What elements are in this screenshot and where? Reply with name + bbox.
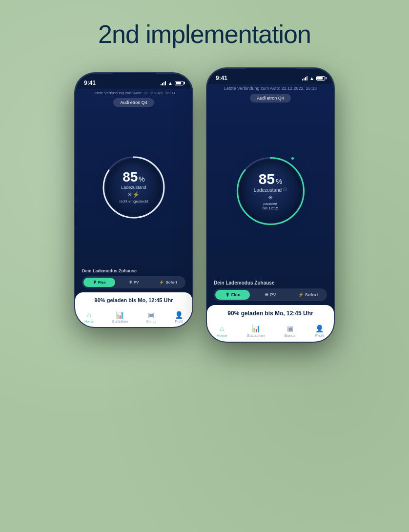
phone-1-mode-sofort-icon: ⚡ [159, 280, 164, 285]
phone-1-mode-flex-icon: 🎙 [93, 280, 97, 285]
phone-1-mode-label: Dein Lademodus Zuhause [82, 268, 185, 273]
phone-1: 9:41 ▲ Letzte Verbindung zum Auto: 22.12… [75, 73, 192, 327]
phone-2-mode-section: Dein Lademodus Zuhause 🎙 Flex ☀ PV ⚡ Sof… [214, 280, 327, 301]
phone-2-statistiken-label: Statistiken [247, 333, 265, 338]
phone-2-connection-text: Letzte Verbindung zum Auto: 22.12.2022, … [214, 86, 327, 91]
phone-2-bonus-icon: ▣ [287, 325, 293, 332]
phone-1-nav-profil[interactable]: 👤 Profil [171, 310, 187, 324]
phone-1-charge-container: 85 % Ladezustand ✕⚡ nicht eingesteckt [82, 111, 185, 264]
phone-2-mode-sofort-icon: ⚡ [298, 292, 304, 297]
phone-2-bonus-label: Bonus [285, 333, 296, 338]
phone-1-mode-sofort-label: Sofort [165, 280, 177, 285]
phone-1-mode-pv-label: PV [134, 280, 139, 285]
phone-1-notch [112, 73, 156, 84]
phone-2-signal [302, 76, 307, 81]
phone-2-battery-icon [316, 76, 325, 81]
phone-1-mode-pv-icon: ☀ [129, 280, 132, 285]
phone-1-nav-statistiken[interactable]: 📊 Statistiken [108, 310, 132, 324]
phone-1-mode-flex-button[interactable]: 🎙 Flex [83, 278, 115, 287]
phone-1-wifi-icon: ▲ [168, 81, 173, 86]
phone-2-car-badge: Audi etron Q4 [250, 94, 291, 102]
phone-2-wifi-icon: ▲ [309, 76, 314, 81]
phone-2-mode-buttons: 🎙 Flex ☀ PV ⚡ Sofort [214, 288, 327, 301]
phone-1-statistiken-icon: 📊 [116, 311, 124, 319]
phone-1-nav-bonus[interactable]: ▣ Bonus [143, 310, 160, 324]
phone-2-mode-pv-button[interactable]: ☀ PV [253, 290, 287, 300]
phone-2-notch [246, 68, 295, 80]
page-title: 2nd implementation [98, 20, 311, 49]
phone-2-mode-pv-label: PV [270, 292, 276, 297]
phone-2-mode-sofort-button[interactable]: ⚡ Sofort [291, 290, 326, 300]
phone-1-mode-flex-label: Flex [98, 280, 106, 285]
phone-2-charge-container: 85 % Ladezustand ⓘ ✳ pausiert bis 12:15 [214, 106, 327, 275]
phone-2-nav-statistiken[interactable]: 📊 Statistiken [243, 324, 269, 339]
phone-1-bottom-card: 90% geladen bis Mo, 12:45 Uhr [75, 292, 192, 308]
phone-1-profil-label: Profil [175, 320, 183, 323]
phones-container: 9:41 ▲ Letzte Verbindung zum Auto: 22.12… [75, 73, 334, 342]
phone-2-nav-bar: ⌂ Home 📊 Statistiken ▣ Bonus 👤 Profil [207, 322, 334, 342]
phone-2-bottom-card: 90% geladen bis Mo, 12:45 Uhr [207, 305, 334, 322]
phone-1-time: 9:41 [84, 80, 96, 86]
phone-1-mode-section: Dein Lademodus Zuhause 🎙 Flex ☀ PV ⚡ Sof… [82, 268, 185, 288]
phone-2-bottom-card-text: 90% geladen bis Mo, 12:45 Uhr [214, 310, 327, 317]
phone-2-nav-home[interactable]: ⌂ Home [213, 324, 231, 339]
phone-1-bonus-icon: ▣ [148, 311, 154, 319]
phone-1-mode-pv-button[interactable]: ☀ PV [118, 278, 150, 287]
phone-2-nav-profil[interactable]: 👤 Profil [311, 324, 328, 339]
phone-1-mode-buttons: 🎙 Flex ☀ PV ⚡ Sofort [82, 276, 185, 288]
phone-2-mode-label: Dein Lademodus Zuhause [214, 280, 327, 286]
phone-2-home-icon: ⌂ [220, 325, 224, 332]
phone-1-home-icon: ⌂ [87, 311, 91, 319]
phone-2-screen: Letzte Verbindung zum Auto: 22.12.2022, … [207, 84, 334, 342]
phone-1-bottom-card-text: 90% geladen bis Mo, 12:45 Uhr [82, 297, 185, 303]
phone-1-statistiken-label: Statistiken [112, 320, 128, 323]
phone-2-mode-flex-icon: 🎙 [225, 292, 230, 297]
phone-1-nav-home[interactable]: ⌂ Home [81, 310, 98, 324]
phone-2: 9:41 ▲ Letzte Verbindung zum Auto: 22.12… [207, 68, 334, 342]
phone-1-mode-sofort-button[interactable]: ⚡ Sofort [152, 278, 184, 287]
phone-2-home-label: Home [217, 333, 227, 338]
phone-2-profil-icon: 👤 [315, 325, 324, 332]
phone-1-bonus-label: Bonus [146, 320, 156, 323]
phone-1-status-icons: ▲ [161, 81, 184, 86]
phone-1-signal [161, 81, 166, 85]
phone-1-car-badge: Audi etron Q4 [113, 98, 154, 107]
phone-2-charge-circle: 85 % Ladezustand ⓘ ✳ pausiert bis 12:15 [233, 153, 308, 229]
phone-2-mode-flex-button[interactable]: 🎙 Flex [215, 290, 250, 300]
phone-2-nav-bonus[interactable]: ▣ Bonus [281, 324, 300, 339]
phone-2-info-dot [291, 157, 294, 160]
phone-1-charge-circle: 85 % Ladezustand ✕⚡ nicht eingesteckt [100, 153, 168, 222]
phone-2-statistiken-icon: 📊 [252, 325, 260, 332]
phone-1-battery-icon [175, 81, 184, 85]
phone-1-profil-icon: 👤 [175, 311, 183, 319]
phone-1-home-label: Home [84, 320, 94, 323]
phone-2-profil-label: Profil [315, 333, 324, 338]
phone-2-mode-pv-icon: ☀ [265, 292, 268, 297]
phone-1-connection-text: Letzte Verbindung zum Auto: 22.12.2022, … [82, 91, 185, 95]
phone-2-time: 9:41 [216, 75, 227, 82]
phone-2-mode-flex-label: Flex [231, 292, 240, 297]
phone-1-screen: Letzte Verbindung zum Auto: 22.12.2022, … [75, 89, 192, 327]
phone-2-status-icons: ▲ [302, 76, 325, 81]
phone-1-nav-bar: ⌂ Home 📊 Statistiken ▣ Bonus 👤 Profil [75, 308, 192, 327]
phone-2-mode-sofort-label: Sofort [305, 292, 318, 297]
